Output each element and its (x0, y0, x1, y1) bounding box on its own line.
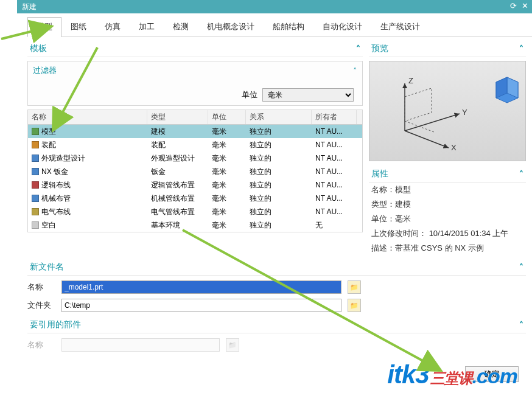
row-owner: NT AU... (312, 165, 357, 178)
col-unit[interactable]: 单位 (208, 110, 246, 124)
preview-label: 预览 (371, 43, 388, 54)
unit-select[interactable]: 毫米 (262, 88, 354, 102)
row-name: 装配 (41, 141, 56, 149)
refresh-icon[interactable]: ⟳ (510, 1, 517, 10)
reference-header[interactable]: 要引用的部件 ˄ (27, 317, 526, 333)
row-name: 模型 (41, 127, 56, 136)
row-unit: 毫米 (208, 205, 246, 219)
tab-simulation[interactable]: 仿真 (96, 17, 130, 37)
folder-input[interactable] (61, 299, 341, 312)
row-unit: 毫米 (208, 165, 246, 179)
ref-name-input[interactable] (61, 338, 220, 352)
tab-manufacturing[interactable]: 加工 (130, 17, 164, 37)
browse-name-button[interactable] (348, 280, 361, 294)
row-unit: 毫米 (208, 151, 246, 165)
row-relation: 独立的 (246, 138, 312, 152)
row-owner: 无 (312, 218, 357, 232)
row-relation: 独立的 (246, 165, 312, 179)
row-relation: 独立的 (246, 125, 312, 139)
table-row[interactable]: 装配装配毫米独立的NT AU... (28, 138, 362, 151)
browse-folder-button[interactable] (348, 299, 361, 312)
unit-label: 单位 (242, 89, 257, 100)
tab-model[interactable]: 模型 (27, 17, 61, 37)
row-owner: NT AU... (312, 179, 357, 191)
row-type: 外观造型设计 (147, 151, 208, 165)
prop-unit: 单位：毫米 (369, 212, 526, 226)
row-owner: NT AU... (312, 125, 357, 137)
row-relation: 独立的 (246, 218, 312, 232)
filter-label: 过滤器 (33, 65, 57, 76)
tab-inspection[interactable]: 检测 (164, 17, 198, 37)
row-name: 电气布线 (41, 207, 71, 216)
properties-header[interactable]: 属性 ˄ (369, 166, 526, 183)
new-file-header[interactable]: 新文件名 ˄ (27, 259, 526, 276)
chevron-up-icon[interactable]: ˄ (353, 66, 357, 75)
template-icon (32, 155, 39, 162)
row-type: 机械管线布置 (147, 192, 208, 206)
tab-mechatronics[interactable]: 机电概念设计 (198, 17, 264, 37)
title-bar: 新建 ⟳ ✕ (17, 0, 532, 13)
table-row[interactable]: 电气布线电气管线布置毫米独立的NT AU... (28, 205, 362, 218)
tab-productionline[interactable]: 生产线设计 (371, 17, 429, 37)
filter-panel: 过滤器 ˄ 单位 毫米 (27, 61, 363, 106)
template-label: 模板 (30, 43, 47, 54)
browse-ref-button (226, 338, 239, 352)
row-name: 机械布管 (41, 194, 71, 203)
table-row[interactable]: 模型建模毫米独立的NT AU... (28, 125, 362, 138)
template-icon (32, 181, 39, 189)
template-icon (32, 141, 39, 148)
row-type: 装配 (147, 138, 208, 152)
properties-label: 属性 (371, 169, 388, 179)
col-owner[interactable]: 所有者 (312, 110, 357, 124)
close-icon[interactable]: ✕ (522, 1, 528, 10)
row-type: 建模 (147, 125, 208, 139)
table-body: 模型建模毫米独立的NT AU...装配装配毫米独立的NT AU...外观造型设计… (28, 125, 362, 232)
chevron-up-icon: ˄ (519, 262, 523, 272)
table-row[interactable]: 机械布管机械管线布置毫米独立的NT AU... (28, 192, 362, 205)
preview-header[interactable]: 预览 ˄ (369, 41, 526, 57)
reference-label: 要引用的部件 (30, 319, 81, 330)
template-icon (32, 168, 39, 175)
folder-field-label: 文件夹 (27, 300, 55, 311)
chevron-up-icon: ˄ (519, 169, 523, 179)
template-icon (32, 195, 39, 202)
row-type: 基本环境 (147, 218, 208, 232)
template-header[interactable]: 模板 ˄ (27, 41, 363, 57)
table-row[interactable]: 逻辑布线逻辑管线布置毫米独立的NT AU... (28, 178, 362, 192)
row-owner: NT AU... (312, 192, 357, 204)
row-unit: 毫米 (208, 218, 246, 232)
row-type: 逻辑管线布置 (147, 178, 208, 192)
dialog-title: 新建 (22, 2, 37, 12)
svg-text:X: X (451, 143, 457, 152)
chevron-up-icon: ˄ (519, 320, 523, 330)
col-name[interactable]: 名称 (28, 110, 147, 124)
tab-drawing[interactable]: 图纸 (61, 17, 96, 37)
row-name: NX 钣金 (41, 167, 68, 176)
row-unit: 毫米 (208, 125, 246, 139)
tab-ship[interactable]: 船舶结构 (264, 17, 313, 37)
prop-type: 类型：建模 (369, 197, 526, 212)
row-unit: 毫米 (208, 192, 246, 206)
template-icon (32, 128, 39, 135)
col-type[interactable]: 类型 (147, 110, 208, 124)
tab-automation[interactable]: 自动化设计 (313, 17, 371, 37)
template-icon (32, 208, 39, 215)
csys-icon: Z Y X (369, 61, 528, 162)
watermark: itk3三堂课.com (387, 360, 517, 389)
svg-text:Z: Z (408, 76, 413, 85)
row-owner: NT AU... (312, 139, 357, 151)
row-owner: NT AU... (312, 206, 357, 218)
col-relation[interactable]: 关系 (246, 110, 312, 124)
template-table: 名称 类型 单位 关系 所有者 模型建模毫米独立的NT AU...装配装配毫米独… (27, 110, 363, 232)
row-type: 钣金 (147, 165, 208, 179)
name-input[interactable] (61, 280, 341, 294)
table-header: 名称 类型 单位 关系 所有者 (28, 110, 362, 125)
table-row[interactable]: 外观造型设计外观造型设计毫米独立的NT AU... (28, 151, 362, 165)
tab-bar: 模型 图纸 仿真 加工 检测 机电概念设计 船舶结构 自动化设计 生产线设计 (27, 17, 532, 37)
svg-text:Y: Y (462, 108, 467, 117)
row-name: 空白 (41, 221, 56, 229)
table-row[interactable]: NX 钣金钣金毫米独立的NT AU... (28, 165, 362, 178)
ref-name-label: 名称 (27, 339, 55, 350)
table-row[interactable]: 空白基本环境毫米独立的无 (28, 218, 362, 232)
row-type: 电气管线布置 (147, 205, 208, 219)
